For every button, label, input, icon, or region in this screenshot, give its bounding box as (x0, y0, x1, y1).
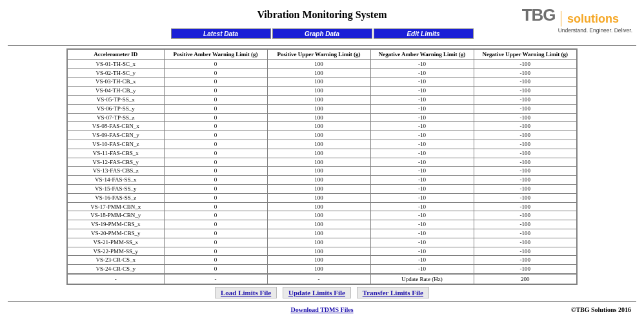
table-row: VS-23-CR-CS_x0100-10-100 (67, 256, 577, 265)
table-row: VS-13-FAS-CBS_z0100-10-100 (67, 167, 577, 176)
cell-pos-upper: 100 (267, 229, 370, 238)
cell-neg-upper: -100 (474, 68, 577, 78)
nav-latest-data[interactable]: Latest Data (171, 28, 271, 39)
cell-pos-upper: 100 (267, 68, 370, 78)
cell-accelerometer-id: VS-20-PMM-CBS_y (67, 229, 164, 238)
download-tdms-link[interactable]: Download TDMS Files (290, 306, 353, 313)
cell-accelerometer-id: VS-12-FAS-CBS_y (67, 158, 164, 167)
cell-pos-amber: 0 (164, 104, 267, 113)
cell-neg-upper: -100 (474, 202, 577, 211)
cell-neg-upper: -100 (474, 59, 577, 68)
table-row: VS-02-TH-SC_y0100-10-100 (67, 68, 577, 78)
cell-pos-amber: 0 (164, 247, 267, 256)
cell-neg-upper: -100 (474, 140, 577, 149)
cell-pos-amber: 0 (164, 78, 267, 87)
cell-neg-upper: -100 (474, 211, 577, 220)
cell-accelerometer-id: VS-14-FAS-SS_x (67, 176, 164, 185)
cell-neg-amber: -10 (370, 184, 474, 193)
cell-pos-upper: 100 (267, 265, 370, 274)
cell-neg-upper: -100 (474, 229, 577, 238)
brand-logo: TBG solutions Understand. Engineer. Deli… (522, 6, 632, 34)
update-limits-button[interactable]: Update Limits File (283, 287, 351, 298)
table-row: VS-05-TP-SS_x0100-10-100 (67, 95, 577, 104)
cell-neg-upper: -100 (474, 167, 577, 176)
cell-pos-upper: 100 (267, 131, 370, 140)
cell-neg-upper: -100 (474, 247, 577, 256)
footer-cell: - (67, 274, 164, 284)
divider (8, 301, 636, 302)
cell-pos-upper: 100 (267, 104, 370, 113)
cell-pos-amber: 0 (164, 167, 267, 176)
cell-accelerometer-id: VS-09-FAS-CBN_y (67, 131, 164, 140)
cell-pos-amber: 0 (164, 122, 267, 131)
table-row: VS-10-FAS-CBN_z0100-10-100 (67, 140, 577, 149)
table-row: VS-22-PMM-SS_y0100-10-100 (67, 247, 577, 256)
cell-pos-upper: 100 (267, 247, 370, 256)
cell-pos-upper: 100 (267, 113, 370, 122)
table-row: VS-18-PMM-CBN_y0100-10-100 (67, 211, 577, 220)
transfer-limits-button[interactable]: Transfer Limits File (357, 287, 429, 298)
cell-accelerometer-id: VS-06-TP-SS_y (67, 104, 164, 113)
table-row: VS-24-CR-CS_y0100-10-100 (67, 265, 577, 274)
cell-neg-upper: -100 (474, 113, 577, 122)
logo-brand: TBG (522, 5, 556, 25)
cell-neg-amber: -10 (370, 104, 474, 113)
cell-neg-upper: -100 (474, 265, 577, 274)
cell-neg-amber: -10 (370, 149, 474, 158)
cell-accelerometer-id: VS-02-TH-SC_y (67, 68, 164, 78)
nav-edit-limits[interactable]: Edit Limits (374, 28, 474, 39)
cell-pos-amber: 0 (164, 59, 267, 68)
load-limits-button[interactable]: Load Limits File (215, 287, 277, 298)
cell-accelerometer-id: VS-13-FAS-CBS_z (67, 167, 164, 176)
cell-pos-upper: 100 (267, 149, 370, 158)
cell-pos-upper: 100 (267, 211, 370, 220)
cell-pos-upper: 100 (267, 158, 370, 167)
cell-pos-amber: 0 (164, 95, 267, 104)
cell-neg-upper: -100 (474, 104, 577, 113)
cell-accelerometer-id: VS-05-TP-SS_x (67, 95, 164, 104)
cell-accelerometer-id: VS-10-FAS-CBN_z (67, 140, 164, 149)
footer-cell: - (267, 274, 370, 284)
cell-neg-amber: -10 (370, 78, 474, 87)
cell-neg-upper: -100 (474, 238, 577, 247)
cell-accelerometer-id: VS-18-PMM-CBN_y (67, 211, 164, 220)
table-row: VS-07-TP-SS_z0100-10-100 (67, 113, 577, 122)
cell-neg-amber: -10 (370, 220, 474, 229)
cell-accelerometer-id: VS-04-TH-CB_y (67, 87, 164, 96)
logo-divider (561, 11, 561, 26)
cell-pos-upper: 100 (267, 202, 370, 211)
logo-tagline: Understand. Engineer. Deliver. (558, 28, 632, 34)
cell-neg-amber: -10 (370, 113, 474, 122)
cell-neg-amber: -10 (370, 95, 474, 104)
table-row: VS-01-TH-SC_x0100-10-100 (67, 59, 577, 68)
cell-neg-upper: -100 (474, 193, 577, 202)
cell-pos-amber: 0 (164, 238, 267, 247)
col-pos-upper: Positive Upper Warning Limit (g) (267, 49, 370, 59)
cell-pos-upper: 100 (267, 95, 370, 104)
cell-neg-upper: -100 (474, 149, 577, 158)
cell-pos-upper: 100 (267, 78, 370, 87)
table-row: VS-15-FAS-SS_y0100-10-100 (67, 184, 577, 193)
cell-neg-amber: -10 (370, 229, 474, 238)
table-footer-row: - - - Update Rate (Hz) 200 (67, 274, 577, 284)
cell-pos-amber: 0 (164, 256, 267, 265)
cell-pos-amber: 0 (164, 229, 267, 238)
nav-graph-data[interactable]: Graph Data (272, 28, 372, 39)
cell-accelerometer-id: VS-15-FAS-SS_y (67, 184, 164, 193)
col-neg-upper: Negative Upper Warning Limit (g) (474, 49, 577, 59)
cell-pos-upper: 100 (267, 167, 370, 176)
cell-pos-amber: 0 (164, 176, 267, 185)
cell-neg-amber: -10 (370, 176, 474, 185)
cell-neg-amber: -10 (370, 59, 474, 68)
col-neg-amber: Negative Amber Warning Limit (g) (370, 49, 474, 59)
cell-neg-amber: -10 (370, 202, 474, 211)
cell-neg-amber: -10 (370, 247, 474, 256)
cell-pos-amber: 0 (164, 149, 267, 158)
table-row: VS-09-FAS-CBN_y0100-10-100 (67, 131, 577, 140)
table-row: VS-08-FAS-CBN_x0100-10-100 (67, 122, 577, 131)
table-row: VS-04-TH-CB_y0100-10-100 (67, 87, 577, 96)
cell-neg-amber: -10 (370, 265, 474, 274)
cell-pos-amber: 0 (164, 193, 267, 202)
cell-accelerometer-id: VS-19-PMM-CBS_x (67, 220, 164, 229)
cell-pos-amber: 0 (164, 87, 267, 96)
